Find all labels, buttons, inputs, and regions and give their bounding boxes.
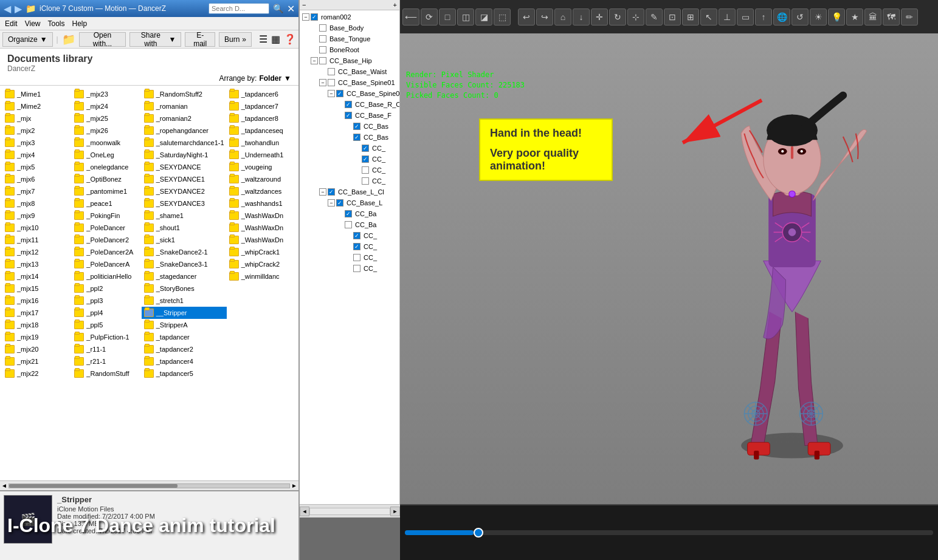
file-item[interactable]: _mjx20 (2, 343, 72, 355)
file-item[interactable]: _WashWaxDn (227, 222, 296, 234)
bone-tree[interactable]: −✓roman002Base_BodyBase_TongueBoneRoot−C… (300, 10, 399, 504)
toolbar-icon-2[interactable]: ⟳ (421, 9, 438, 26)
file-item[interactable]: _Underneath1 (227, 149, 296, 161)
arrange-chevron-icon[interactable]: ▼ (284, 74, 291, 83)
expand-all-icon[interactable]: + (393, 1, 397, 9)
file-item[interactable]: _mjx22 (2, 367, 72, 380)
file-item[interactable]: _PoleDancer (72, 222, 141, 234)
file-item[interactable]: _onelegdance (72, 161, 141, 173)
file-item[interactable]: _WashWaxDn (227, 210, 296, 222)
file-item[interactable]: _mjx21 (2, 355, 72, 367)
bone-item[interactable]: ✓CC_ (301, 143, 398, 154)
bone-checkbox[interactable]: ✓ (345, 101, 352, 108)
scroll-track[interactable] (309, 508, 390, 515)
file-item[interactable]: _PokingFin (72, 210, 141, 222)
file-item[interactable]: _mjx10 (2, 222, 72, 234)
file-item[interactable]: _salutemarchdance1-1 (142, 137, 227, 149)
email-button[interactable]: E-mail (185, 32, 215, 47)
file-item[interactable]: _mjx (2, 112, 72, 125)
bone-item[interactable]: Base_Tongue (301, 33, 398, 44)
file-item[interactable]: _RandomStuff2 (142, 88, 227, 100)
file-item[interactable]: _washhands1 (227, 197, 296, 210)
toolbar-icon-sun[interactable]: ☀ (810, 9, 827, 26)
file-item[interactable]: _ppl2 (72, 282, 141, 295)
file-item[interactable]: _mjx25 (72, 112, 141, 125)
file-item[interactable]: _tapdancer5 (142, 367, 227, 380)
bone-item[interactable]: CC_ (301, 252, 398, 263)
menu-view[interactable]: View (25, 19, 41, 28)
timeline-bar[interactable] (405, 530, 933, 535)
file-item[interactable]: _romanian2 (142, 112, 227, 125)
file-item[interactable]: _shame1 (142, 210, 227, 222)
toolbar-icon-up[interactable]: ↑ (755, 9, 772, 26)
file-item[interactable]: _RandomStuff (72, 367, 141, 380)
bone-checkbox[interactable] (319, 24, 326, 32)
file-item[interactable]: _mjx12 (2, 246, 72, 258)
file-item[interactable]: _tapdancer (142, 331, 227, 343)
file-item[interactable]: _stagedancer (142, 270, 227, 282)
file-item[interactable]: _tapdancer6 (227, 88, 296, 100)
toolbar-icon-3[interactable]: □ (439, 9, 456, 26)
file-item[interactable]: _sick1 (142, 234, 227, 246)
scroll-left-arrow[interactable]: ◄ (300, 507, 309, 516)
toolbar-icon-redo[interactable]: ↪ (536, 9, 553, 26)
file-item[interactable]: _mjx19 (2, 331, 72, 343)
toolbar-icon-pin[interactable]: ⊥ (719, 9, 736, 26)
bone-checkbox[interactable]: ✓ (336, 90, 343, 97)
bone-checkbox[interactable] (362, 177, 369, 185)
horizontal-scrollbar[interactable]: ◄ ► (0, 480, 298, 490)
bone-checkbox[interactable]: ✓ (353, 123, 360, 130)
expand-icon[interactable]: − (328, 90, 335, 97)
file-item[interactable]: _whipCrack1 (227, 246, 296, 258)
search-icon[interactable]: 🔍 (273, 4, 283, 13)
toolbar-icon-1[interactable]: ⟵ (402, 9, 419, 26)
file-item[interactable]: _mjx6 (2, 173, 72, 185)
file-item[interactable]: _PoleDancer2A (72, 246, 141, 258)
scroll-right-icon[interactable]: ► (291, 482, 297, 489)
bone-checkbox[interactable] (353, 254, 360, 261)
bone-checkbox[interactable] (319, 35, 326, 43)
toolbar-icon-brush[interactable]: ✎ (646, 9, 663, 26)
bone-item[interactable]: CC_Base_Waist (301, 66, 398, 77)
file-item[interactable]: _tapdancer4 (142, 355, 227, 367)
new-folder-icon[interactable]: 📁 (62, 33, 75, 46)
file-item[interactable]: _SaturdayNight-1 (142, 149, 227, 161)
file-item[interactable]: _PulpFiction-1 (72, 331, 141, 343)
bone-checkbox[interactable] (362, 166, 369, 174)
file-item[interactable]: _PoleDancerA (72, 258, 141, 270)
file-item[interactable]: _SEXYDANCE2 (142, 185, 227, 197)
file-item[interactable]: _tapdancer2 (142, 343, 227, 355)
bone-item[interactable]: CC_ (301, 176, 398, 186)
bone-checkbox[interactable] (319, 57, 326, 64)
bone-item[interactable]: −✓CC_Base_L_Cl (301, 186, 398, 197)
file-item[interactable]: _SEXYDANCE3 (142, 197, 227, 210)
file-item[interactable]: _WashWaxDn (227, 234, 296, 246)
share-with-button[interactable]: Share with ▼ (129, 32, 181, 47)
file-item[interactable]: _winmilldanc (227, 270, 296, 282)
scroll-right-arrow[interactable]: ► (390, 507, 400, 516)
file-item[interactable]: _mjx5 (2, 161, 72, 173)
burn-button[interactable]: Burn » (219, 32, 252, 47)
file-item[interactable]: _mjx9 (2, 210, 72, 222)
file-item[interactable]: _mjx11 (2, 234, 72, 246)
toolbar-icon-map[interactable]: 🗺 (883, 9, 900, 26)
toolbar-icon-light[interactable]: 💡 (828, 9, 845, 26)
toolbar-icon-select[interactable]: ⊹ (627, 9, 644, 26)
menu-help[interactable]: Help (72, 19, 88, 28)
file-item[interactable]: _tapdancer8 (227, 112, 296, 125)
file-item[interactable]: _OneLeg (72, 149, 141, 161)
bone-item[interactable]: ✓CC_Ba (301, 208, 398, 219)
file-item[interactable]: _mjx23 (72, 88, 141, 100)
toolbar-icon-box[interactable]: ▭ (737, 9, 754, 26)
file-item[interactable]: _Mime2 (2, 100, 72, 112)
file-item[interactable]: _mjx24 (72, 100, 141, 112)
file-item[interactable]: _ppl4 (72, 307, 141, 319)
file-item[interactable]: _shout1 (142, 222, 227, 234)
bone-checkbox[interactable]: ✓ (328, 188, 335, 196)
expand-icon[interactable]: − (319, 188, 326, 196)
bone-checkbox[interactable]: ✓ (362, 145, 369, 152)
file-item[interactable]: _OptiBonez (72, 173, 141, 185)
bone-checkbox[interactable]: ✓ (353, 243, 360, 250)
file-item[interactable]: _SnakeDance3-1 (142, 258, 227, 270)
bone-item[interactable]: −CC_Base_Hip (301, 55, 398, 66)
